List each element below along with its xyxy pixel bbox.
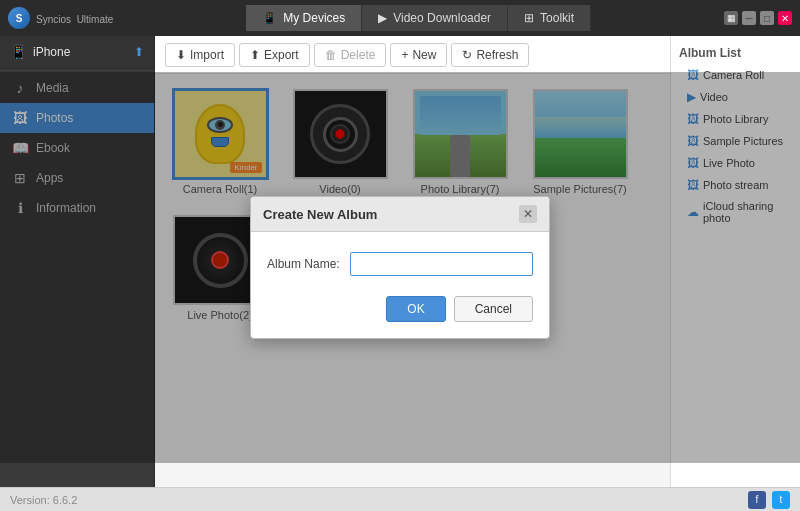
modal-title: Create New Album (263, 207, 377, 222)
modal-body: Album Name: OK Cancel (251, 232, 549, 338)
export-icon: ⬆ (250, 48, 260, 62)
close-button[interactable]: ✕ (778, 11, 792, 25)
play-icon: ▶ (378, 11, 387, 25)
delete-icon: 🗑 (325, 48, 337, 62)
nav-tabs: 📱 My Devices ▶ Video Downloader ⊞ Toolki… (246, 5, 591, 31)
modal-close-button[interactable]: ✕ (519, 205, 537, 223)
device-name: iPhone (33, 45, 70, 59)
modal-header: Create New Album ✕ (251, 197, 549, 232)
device-icon: 📱 (10, 44, 27, 60)
version-label: Version: 6.6.2 (10, 494, 77, 506)
app-logo: S (8, 7, 30, 29)
nav-my-devices[interactable]: 📱 My Devices (246, 5, 362, 31)
import-icon: ⬇ (176, 48, 186, 62)
modal-cancel-button[interactable]: Cancel (454, 296, 533, 322)
sync-icon[interactable]: ⬆ (134, 45, 144, 59)
wifi-icon[interactable]: ▦ (724, 11, 738, 25)
nav-video-downloader[interactable]: ▶ Video Downloader (362, 5, 508, 31)
toolbar: ⬇ Import ⬆ Export 🗑 Delete + New ↻ Re (155, 36, 670, 74)
export-button[interactable]: ⬆ Export (239, 43, 310, 67)
twitter-icon[interactable]: t (772, 491, 790, 509)
new-button[interactable]: + New (390, 43, 447, 67)
app-branding: S Syncios Ultimate (8, 7, 113, 29)
import-button[interactable]: ⬇ Import (165, 43, 235, 67)
modal-overlay: Create New Album ✕ Album Name: OK Cancel (0, 72, 800, 463)
app-name: Syncios Ultimate (36, 11, 113, 26)
nav-toolkit[interactable]: ⊞ Toolkit (508, 5, 591, 31)
modal-buttons: OK Cancel (267, 296, 533, 322)
maximize-button[interactable]: □ (760, 11, 774, 25)
social-icons: f t (748, 491, 790, 509)
right-panel-title: Album List (671, 42, 800, 64)
app-edition: Ultimate (77, 14, 114, 25)
device-info: 📱 iPhone (10, 44, 70, 60)
album-name-label: Album Name: (267, 257, 340, 271)
window-controls: ▦ ─ □ ✕ (724, 11, 792, 25)
facebook-icon[interactable]: f (748, 491, 766, 509)
album-name-input[interactable] (350, 252, 533, 276)
status-bar: Version: 6.6.2 f t (0, 487, 800, 511)
new-icon: + (401, 48, 408, 62)
refresh-icon: ↻ (462, 48, 472, 62)
phone-icon: 📱 (262, 11, 277, 25)
create-new-album-modal: Create New Album ✕ Album Name: OK Cancel (250, 196, 550, 339)
delete-button[interactable]: 🗑 Delete (314, 43, 387, 67)
album-name-field: Album Name: (267, 252, 533, 276)
title-bar: S Syncios Ultimate 📱 My Devices ▶ Video … (0, 0, 800, 36)
minimize-button[interactable]: ─ (742, 11, 756, 25)
refresh-button[interactable]: ↻ Refresh (451, 43, 529, 67)
grid-icon: ⊞ (524, 11, 534, 25)
sidebar-device: 📱 iPhone ⬆ (0, 36, 154, 69)
modal-ok-button[interactable]: OK (386, 296, 445, 322)
